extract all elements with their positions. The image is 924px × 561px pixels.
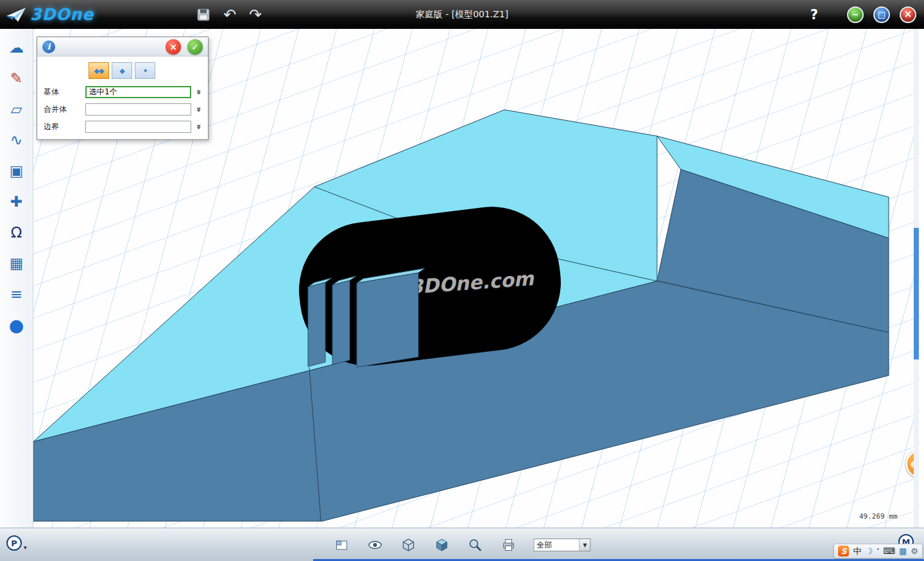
print-button[interactable] [501, 537, 517, 553]
eye-icon [368, 537, 383, 553]
plate-front-face[interactable] [308, 282, 325, 367]
undo-icon[interactable]: ↶ [223, 7, 236, 22]
profile-control: P ▾ [6, 535, 27, 551]
left-toolbar: ☁ ✎ ▱ ∿ ▣ ✚ Ω ▦ ≡ ● [0, 29, 33, 528]
display-filter: 全部 ▼ [534, 539, 591, 551]
field-row-base: 基体 » [37, 83, 208, 101]
visibility-button[interactable] [367, 537, 384, 553]
sidebar-item-align[interactable]: ≡ [5, 283, 28, 305]
sidebar-item-shapes[interactable]: ☁ [5, 37, 28, 58]
restore-button[interactable]: □ [873, 6, 890, 23]
sidebar-item-paint[interactable]: ✎ [5, 67, 28, 89]
wireframe-cube-icon [401, 537, 416, 553]
ime-language-toggle[interactable]: 中 [853, 547, 861, 555]
status-bar: P ▾ [0, 528, 924, 561]
base-field-input[interactable] [85, 86, 191, 98]
modeling-canvas[interactable]: i3DOne.com 49.269 mm i × ✓ ◆◆ ◆ [33, 29, 919, 528]
confirm-button[interactable]: ✓ [187, 39, 203, 55]
tab-add-mode[interactable]: ◆ [112, 62, 132, 79]
minimize-button[interactable]: − [847, 6, 864, 23]
ime-fullhalf-icon[interactable]: ☽ [865, 547, 873, 555]
ime-punctuation-icon[interactable]: ’ [877, 547, 879, 555]
shaded-cube-icon [434, 537, 450, 553]
close-button[interactable]: × [900, 6, 916, 23]
zoom-button[interactable] [467, 537, 484, 553]
dimension-readout: 49.269 mm [859, 512, 898, 521]
dialog-header[interactable]: i × ✓ [37, 37, 208, 56]
sidebar-item-sketch[interactable]: ▱ [5, 98, 28, 120]
base-field-label: 基体 [44, 87, 82, 98]
save-icon[interactable] [196, 8, 210, 22]
ime-language-bar: S 中 ☽ ’ ⌨ ▦ ⚙ [834, 544, 923, 558]
app-logo: 3DOne [5, 5, 94, 24]
profile-caret-icon[interactable]: ▾ [24, 544, 27, 551]
tool-options-dialog: i × ✓ ◆◆ ◆ ✦ 基体 » 合并体 » 边界 » [37, 37, 209, 140]
redo-icon[interactable]: ↷ [249, 7, 262, 22]
paper-plane-icon [5, 6, 27, 23]
ime-keyboard-icon[interactable]: ⌨ [883, 547, 895, 555]
sidebar-item-feature[interactable]: ▣ [5, 160, 28, 182]
titlebar: 3DOne ↶ ↷ 家庭版 - [模型001.Z1] ? − □ × [0, 0, 924, 29]
titlebar-quick-tools: ↶ ↷ [196, 0, 262, 29]
field-row-boundary: 边界 » [37, 118, 208, 139]
model-plates[interactable] [308, 268, 425, 367]
help-icon[interactable]: ? [810, 7, 818, 22]
vertical-scrollbar[interactable] [914, 29, 919, 528]
info-icon[interactable]: i [42, 40, 55, 53]
chevron-down-icon[interactable]: » [194, 105, 204, 114]
tab-required-inputs[interactable]: ◆◆ [89, 62, 109, 79]
sidebar-item-curve[interactable]: ∿ [5, 129, 28, 151]
chevron-down-icon[interactable]: » [194, 122, 204, 132]
scrollbar-thumb[interactable] [914, 228, 919, 359]
magnifier-icon [468, 537, 483, 553]
ime-logo-icon[interactable]: S [838, 546, 849, 557]
titlebar-right-controls: ? − □ × [810, 0, 916, 29]
view-plane-button[interactable] [334, 537, 350, 553]
boundary-field-label: 边界 [44, 121, 82, 132]
shaded-view-button[interactable] [434, 537, 450, 553]
plate-front-face[interactable] [332, 280, 350, 365]
chevron-down-icon[interactable]: » [194, 87, 204, 97]
sidebar-item-combine[interactable]: ▦ [5, 252, 28, 274]
app-name: 3DOne [30, 5, 94, 24]
display-filter-value[interactable]: 全部 [534, 539, 580, 551]
sidebar-item-material[interactable]: ● [5, 314, 28, 336]
tab-options[interactable]: ✦ [135, 62, 155, 79]
selection-mode-tabs: ◆◆ ◆ ✦ [37, 56, 208, 83]
wireframe-view-button[interactable] [400, 537, 417, 553]
field-row-merge: 合并体 » [37, 101, 208, 118]
merge-field-label: 合并体 [44, 104, 82, 115]
plate-front-face[interactable] [357, 273, 418, 367]
app-window: 3DOne ↶ ↷ 家庭版 - [模型001.Z1] ? − □ × ☁ ✎ ▱… [0, 0, 924, 561]
window-title: 家庭版 - [模型001.Z1] [0, 0, 924, 29]
printer-icon [501, 537, 517, 553]
profile-button[interactable]: P [6, 535, 22, 551]
sidebar-item-assembly[interactable]: Ω [5, 221, 28, 243]
merge-field-input[interactable] [85, 103, 191, 116]
boundary-field-input[interactable] [85, 121, 191, 133]
cancel-button[interactable]: × [166, 39, 181, 55]
ime-toolbox-icon[interactable]: ▦ [899, 547, 907, 555]
sidebar-item-move[interactable]: ✚ [5, 191, 28, 212]
view-tools: 全部 ▼ [334, 528, 591, 561]
view-plane-icon [334, 537, 350, 553]
ime-settings-icon[interactable]: ⚙ [911, 547, 918, 555]
display-filter-dropdown-icon[interactable]: ▼ [580, 539, 591, 551]
